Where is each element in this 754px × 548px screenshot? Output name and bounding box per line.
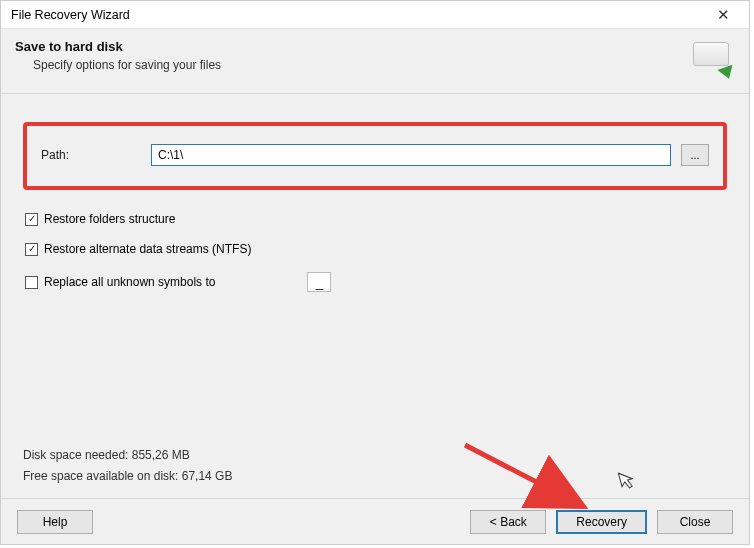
replace-symbols-input[interactable] (307, 272, 331, 292)
path-label: Path: (41, 148, 141, 162)
restore-folders-checkbox[interactable] (25, 213, 38, 226)
restore-ads-label: Restore alternate data streams (NTFS) (44, 242, 251, 256)
disk-space-free: Free space available on disk: 67,14 GB (23, 466, 232, 486)
header-heading: Save to hard disk (15, 39, 221, 54)
header-subheading: Specify options for saving your files (33, 58, 221, 72)
recovery-button[interactable]: Recovery (556, 510, 647, 534)
replace-symbols-checkbox[interactable] (25, 276, 38, 289)
replace-symbols-option: Replace all unknown symbols to (25, 272, 725, 292)
disk-space-needed: Disk space needed: 855,26 MB (23, 445, 232, 465)
wizard-footer: Help < Back Recovery Close (1, 498, 749, 544)
wizard-header: Save to hard disk Specify options for sa… (1, 29, 749, 94)
restore-ads-option: Restore alternate data streams (NTFS) (25, 242, 725, 256)
replace-symbols-label: Replace all unknown symbols to (44, 275, 215, 289)
disk-info: Disk space needed: 855,26 MB Free space … (23, 445, 232, 486)
back-button[interactable]: < Back (470, 510, 546, 534)
close-icon[interactable]: ✕ (705, 4, 741, 26)
header-text: Save to hard disk Specify options for sa… (15, 39, 221, 72)
help-button[interactable]: Help (17, 510, 93, 534)
close-button[interactable]: Close (657, 510, 733, 534)
path-input[interactable] (151, 144, 671, 166)
browse-button[interactable]: ... (681, 144, 709, 166)
options-group: Restore folders structure Restore altern… (21, 212, 729, 292)
wizard-body: Path: ... Restore folders structure Rest… (1, 94, 749, 498)
path-highlight-box: Path: ... (23, 122, 727, 190)
restore-folders-option: Restore folders structure (25, 212, 725, 226)
window-title: File Recovery Wizard (11, 8, 130, 22)
hard-disk-icon (691, 39, 735, 79)
wizard-window: File Recovery Wizard ✕ Save to hard disk… (0, 0, 750, 545)
titlebar: File Recovery Wizard ✕ (1, 1, 749, 29)
restore-ads-checkbox[interactable] (25, 243, 38, 256)
restore-folders-label: Restore folders structure (44, 212, 175, 226)
